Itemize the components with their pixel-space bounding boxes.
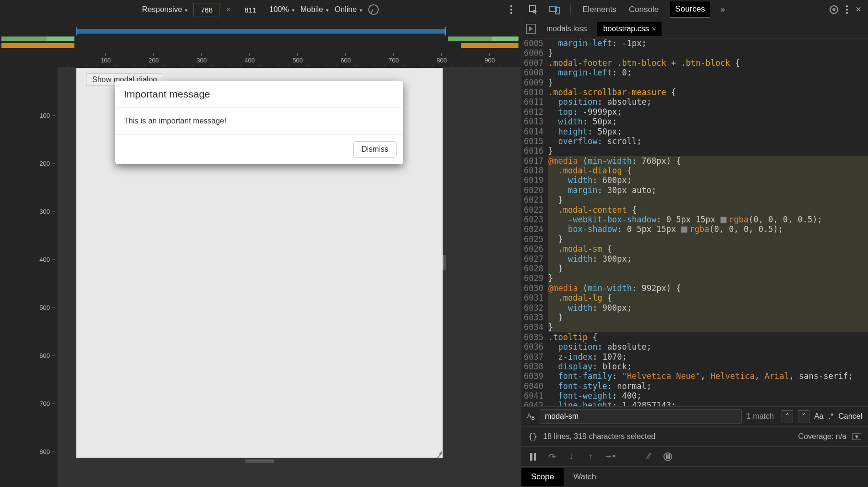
code-line[interactable]: 6040 font-style: normal; xyxy=(521,381,868,391)
step-into-icon[interactable]: ↓ xyxy=(567,452,576,462)
devtools-toolbar: Elements Console Sources » × xyxy=(521,0,868,19)
search-prev-icon[interactable]: ˄ xyxy=(782,410,793,423)
search-match-count: 1 match xyxy=(747,412,774,421)
pretty-print-icon[interactable]: {} xyxy=(528,432,537,441)
code-line[interactable]: 6024 box-shadow: 0 5px 15px rgba(0, 0, 0… xyxy=(521,224,868,234)
device-toolbar: Responsive × 100% Mobile Online xyxy=(0,0,521,19)
code-line[interactable]: 6013 width: 50px; xyxy=(521,117,868,126)
devtools-pane: Elements Console Sources » × modals.less… xyxy=(521,0,868,487)
media-query-bar[interactable]: 100200300400500600700800900 xyxy=(0,19,521,67)
tab-elements[interactable]: Elements xyxy=(581,2,617,17)
dimension-separator: × xyxy=(225,5,231,14)
code-line[interactable]: 6012 top: -9999px; xyxy=(521,107,868,117)
search-cancel-button[interactable]: Cancel xyxy=(838,412,862,421)
deactivate-breakpoints-icon[interactable]: ⁄⁄ xyxy=(644,452,654,462)
viewport-width-input[interactable] xyxy=(193,3,219,16)
code-line[interactable]: 6019 width: 600px; xyxy=(521,175,868,185)
devtools-menu-icon[interactable] xyxy=(846,5,848,14)
code-line[interactable]: 6025 } xyxy=(521,234,868,244)
code-line[interactable]: 6027 width: 300px; xyxy=(521,254,868,264)
coverage-status: Coverage: n/a xyxy=(798,432,847,441)
rotate-icon[interactable] xyxy=(366,2,381,17)
emulated-viewport[interactable]: Show modal dialog Important message This… xyxy=(76,67,443,458)
code-line[interactable]: 6041 font-weight: 400; xyxy=(521,391,868,401)
code-line[interactable]: 6036 position: absolute; xyxy=(521,342,868,352)
debugger-toolbar: ↷ ↓ ↑ →• ⁄⁄ xyxy=(521,447,868,467)
zoom-dropdown[interactable]: 100% xyxy=(269,5,295,14)
settings-icon[interactable] xyxy=(830,5,838,14)
code-line[interactable]: 6010.modal-scrollbar-measure { xyxy=(521,87,868,97)
tab-watch[interactable]: Watch xyxy=(564,468,606,486)
code-line[interactable]: 6006} xyxy=(521,48,868,58)
tab-scope[interactable]: Scope xyxy=(521,468,564,486)
dismiss-button[interactable]: Dismiss xyxy=(353,141,397,158)
step-out-icon[interactable]: ↑ xyxy=(586,452,595,462)
modal-title: Important message xyxy=(115,81,403,108)
code-line[interactable]: 6037 z-index: 1070; xyxy=(521,352,868,362)
modal-dialog: Important message This is an important m… xyxy=(115,81,403,164)
code-line[interactable]: 6021 } xyxy=(521,195,868,205)
code-line[interactable]: 6029} xyxy=(521,273,868,283)
code-line[interactable]: 6023 -webkit-box-shadow: 0 5px 15px rgba… xyxy=(521,215,868,224)
code-line[interactable]: 6034} xyxy=(521,322,868,332)
modal-footer: Dismiss xyxy=(115,134,403,164)
code-line[interactable]: 6042 line-height: 1.42857143; xyxy=(521,401,868,406)
device-toggle-icon[interactable] xyxy=(549,4,560,15)
step-icon[interactable]: →• xyxy=(605,452,615,462)
code-line[interactable]: 6020 margin: 30px auto; xyxy=(521,185,868,195)
code-line[interactable]: 6018 .modal-dialog { xyxy=(521,166,868,175)
pause-icon[interactable] xyxy=(528,452,538,462)
more-tabs-icon[interactable]: » xyxy=(721,5,725,14)
code-line[interactable]: 6038 display: block; xyxy=(521,362,868,371)
code-editor[interactable]: 6005 margin-left: -1px;6006}6007.modal-f… xyxy=(521,38,868,406)
viewport-height-input[interactable] xyxy=(238,3,264,16)
search-input[interactable] xyxy=(540,409,742,424)
code-line[interactable]: 6030@media (min-width: 992px) { xyxy=(521,283,868,293)
code-line[interactable]: 6028 } xyxy=(521,264,868,273)
code-line[interactable]: 6014 height: 50px; xyxy=(521,127,868,136)
viewport-resize-handle-bottom[interactable] xyxy=(245,460,274,463)
device-toolbar-menu-icon[interactable] xyxy=(510,5,512,14)
tab-console[interactable]: Console xyxy=(628,2,660,17)
modal-body: This is an important message! xyxy=(115,108,403,134)
file-tab-modals-less[interactable]: modals.less xyxy=(541,22,592,36)
search-case-toggle[interactable]: Aa xyxy=(814,412,824,421)
coverage-dropdown-icon[interactable]: ▼ xyxy=(852,433,861,440)
network-dropdown[interactable]: Online xyxy=(335,5,362,14)
code-line[interactable]: 6026 .modal-sm { xyxy=(521,244,868,254)
navigator-toggle-icon[interactable] xyxy=(526,24,536,34)
viewport-resize-handle-corner[interactable] xyxy=(434,449,443,458)
code-line[interactable]: 6005 margin-left: -1px; xyxy=(521,38,868,48)
code-line[interactable]: 6033 } xyxy=(521,313,868,322)
close-tab-icon[interactable]: × xyxy=(652,24,656,33)
search-mode-icon[interactable]: AB xyxy=(527,412,535,421)
viewport-resize-handle-right[interactable] xyxy=(442,253,446,272)
device-mode-pane: Responsive × 100% Mobile Online 10020030… xyxy=(0,0,521,487)
code-line[interactable]: 6009} xyxy=(521,78,868,87)
responsive-mode-dropdown[interactable]: Responsive xyxy=(142,5,188,14)
code-line[interactable]: 6031 .modal-lg { xyxy=(521,293,868,303)
code-line[interactable]: 6015 overflow: scroll; xyxy=(521,136,868,146)
code-line[interactable]: 6007.modal-footer .btn-block + .btn-bloc… xyxy=(521,58,868,68)
throttle-dropdown[interactable]: Mobile xyxy=(301,5,329,14)
viewport-wrap: 100200300400500600700800 Show modal dial… xyxy=(0,67,521,487)
code-line[interactable]: 6011 position: absolute; xyxy=(521,97,868,107)
step-over-icon[interactable]: ↷ xyxy=(547,452,557,462)
file-tabs: modals.less bootstrap.css × xyxy=(521,19,868,38)
close-devtools-icon[interactable]: × xyxy=(856,4,861,15)
pause-on-exceptions-icon[interactable] xyxy=(663,452,672,461)
canvas-area: Show modal dialog Important message This… xyxy=(58,67,521,487)
code-line[interactable]: 6016} xyxy=(521,146,868,156)
file-tab-bootstrap-css[interactable]: bootstrap.css × xyxy=(597,22,662,36)
code-line[interactable]: 6022 .modal-content { xyxy=(521,205,868,215)
code-line[interactable]: 6032 width: 900px; xyxy=(521,303,868,313)
search-next-icon[interactable]: ˅ xyxy=(798,410,809,423)
tab-sources[interactable]: Sources xyxy=(670,1,710,18)
code-line[interactable]: 6008 margin-left: 0; xyxy=(521,68,868,77)
code-line[interactable]: 6039 font-family: "Helvetica Neue", Helv… xyxy=(521,371,868,381)
search-regex-toggle[interactable]: .* xyxy=(829,412,834,421)
code-line[interactable]: 6017@media (min-width: 768px) { xyxy=(521,156,868,166)
code-line[interactable]: 6035.tooltip { xyxy=(521,332,868,342)
inspect-element-icon[interactable] xyxy=(528,4,539,15)
vertical-ruler: 100200300400500600700800 xyxy=(0,67,58,487)
